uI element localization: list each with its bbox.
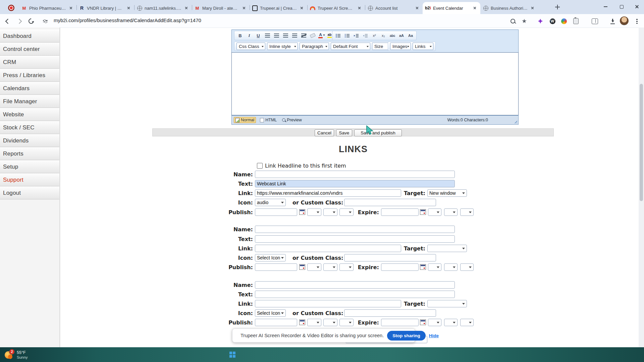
bold-icon[interactable]: B (236, 32, 244, 39)
link3-expire-ampm-select[interactable] (460, 319, 474, 326)
save-button[interactable]: Save (336, 129, 352, 136)
link3-publish-ampm-select[interactable] (339, 319, 354, 326)
underline-icon[interactable]: U (255, 32, 262, 39)
subscript-icon[interactable]: x₂ (380, 32, 387, 39)
close-tab-icon[interactable] (357, 5, 362, 11)
calendar-picker-icon[interactable] (420, 319, 426, 325)
link1-publish-date-input[interactable] (255, 208, 297, 216)
link2-custom-class-input[interactable] (344, 254, 436, 261)
sidebar-item-stock-sec[interactable]: Stock / SEC (0, 121, 59, 134)
site-settings-icon[interactable] (41, 17, 50, 25)
back-button[interactable] (3, 17, 12, 25)
save-and-publish-button[interactable]: Save and publish (354, 129, 402, 136)
link2-target-select[interactable] (427, 245, 467, 252)
link2-url-input[interactable] (255, 245, 401, 252)
bookmark-star-icon[interactable] (520, 17, 529, 25)
links-select[interactable]: Links (413, 43, 433, 50)
calendar-picker-icon[interactable] (420, 264, 426, 270)
link2-expire-ampm-select[interactable] (460, 263, 474, 271)
extension-w-icon[interactable]: W (548, 17, 557, 25)
profile-avatar[interactable] (620, 16, 629, 25)
tab-trupeer-recorder[interactable]: Trupeer AI Screen R (307, 2, 365, 14)
uppercase-icon[interactable]: aA (398, 32, 405, 39)
sidebar-item-press-libraries[interactable]: Press / Libraries (0, 69, 59, 82)
outdent-icon[interactable] (362, 32, 369, 39)
close-tab-icon[interactable] (415, 5, 420, 11)
link2-name-input[interactable] (255, 226, 455, 233)
align-clear-icon[interactable] (300, 32, 307, 39)
hide-share-banner-link[interactable]: Hide (429, 333, 439, 338)
tab-phio[interactable]: MPhio Pharmaceutica (19, 2, 76, 14)
link2-publish-hour-select[interactable] (307, 263, 321, 271)
sidebar-item-crm[interactable]: CRM (0, 56, 59, 69)
recording-indicator-icon[interactable] (8, 5, 14, 11)
bullet-list-icon[interactable] (343, 32, 351, 39)
link1-publish-hour-select[interactable] (307, 208, 321, 216)
link3-icon-select[interactable]: Select Icon (255, 309, 286, 317)
italic-icon[interactable]: I (246, 32, 253, 39)
calendar-picker-icon[interactable] (299, 264, 305, 270)
calendar-picker-icon[interactable] (299, 209, 305, 215)
link3-publish-hour-select[interactable] (307, 319, 321, 326)
close-tab-icon[interactable] (184, 5, 189, 11)
close-tab-icon[interactable] (299, 5, 305, 11)
sidebar-item-support[interactable]: Support (0, 173, 59, 186)
close-tab-icon[interactable] (126, 5, 131, 11)
link1-text-input[interactable] (255, 180, 455, 187)
font-select[interactable]: Default Font (331, 43, 370, 50)
link2-expire-date-input[interactable] (381, 263, 419, 271)
close-tab-icon[interactable] (472, 5, 478, 11)
link3-name-input[interactable] (255, 281, 455, 289)
ordered-list-icon[interactable] (334, 32, 342, 39)
tab-vndr[interactable]: RVNDR Library | Renm (76, 2, 134, 14)
sidebar-item-dashboard[interactable]: Dashboard (0, 29, 59, 43)
cancel-button[interactable]: Cancel (315, 129, 334, 136)
tab-mary[interactable]: MMary Diroll - ateagu (192, 2, 250, 14)
link3-expire-hour-select[interactable] (428, 319, 441, 326)
zoom-page-icon[interactable] (508, 17, 517, 25)
extension-orb-icon[interactable] (559, 17, 568, 25)
link3-target-select[interactable] (427, 300, 467, 307)
link2-text-input[interactable] (255, 235, 455, 243)
link3-text-input[interactable] (255, 291, 455, 298)
align-right-icon[interactable] (282, 32, 289, 39)
sidebar-item-logout[interactable]: Logout (0, 186, 59, 199)
link2-icon-select[interactable]: Select Icon (255, 254, 286, 261)
indent-icon[interactable] (353, 32, 360, 39)
link3-expire-date-input[interactable] (381, 319, 419, 326)
close-tab-icon[interactable] (530, 5, 535, 11)
tab-safelinks[interactable]: nam11.safelinks.pro (134, 2, 192, 14)
side-panel-search-icon[interactable] (590, 17, 599, 25)
vertical-scrollbar-thumb[interactable] (640, 84, 643, 201)
link1-name-input[interactable] (255, 171, 455, 178)
link1-icon-select[interactable]: audio (255, 199, 286, 206)
sidebar-item-setup[interactable]: Setup (0, 160, 59, 173)
inline-style-select[interactable]: Inline style (267, 43, 298, 50)
link2-publish-ampm-select[interactable] (339, 263, 354, 271)
start-button[interactable] (229, 352, 235, 357)
html-mode-tab[interactable]: HTML (259, 117, 278, 123)
superscript-icon[interactable]: x² (371, 32, 378, 39)
font-color-icon[interactable]: A (318, 32, 325, 39)
paragraph-select[interactable]: Paragraph (300, 43, 329, 50)
link2-expire-hour-select[interactable] (428, 263, 441, 271)
link1-expire-hour-select[interactable] (428, 208, 441, 216)
downloads-icon[interactable] (608, 17, 617, 25)
strikethrough-icon[interactable]: abc (389, 32, 396, 39)
preview-mode-tab[interactable]: Preview (281, 117, 303, 123)
tab-business-auth[interactable]: Business Authorizat (480, 2, 538, 14)
forward-button[interactable] (15, 17, 23, 25)
link-headline-checkbox[interactable] (257, 163, 263, 169)
close-tab-icon[interactable] (241, 5, 247, 11)
extension-clipboard-icon[interactable] (572, 17, 580, 25)
editor-content-area[interactable] (231, 52, 519, 115)
calendar-picker-icon[interactable] (299, 319, 305, 325)
window-minimize-button[interactable] (600, 2, 610, 12)
link3-url-input[interactable] (255, 300, 401, 307)
resize-grip[interactable] (514, 120, 517, 123)
eraser-icon[interactable] (309, 32, 316, 39)
sidebar-item-calendars[interactable]: Calendars (0, 82, 59, 95)
reload-button[interactable] (27, 17, 36, 25)
css-class-select[interactable]: Css Class (236, 43, 265, 50)
link2-expire-minute-select[interactable] (444, 263, 458, 271)
